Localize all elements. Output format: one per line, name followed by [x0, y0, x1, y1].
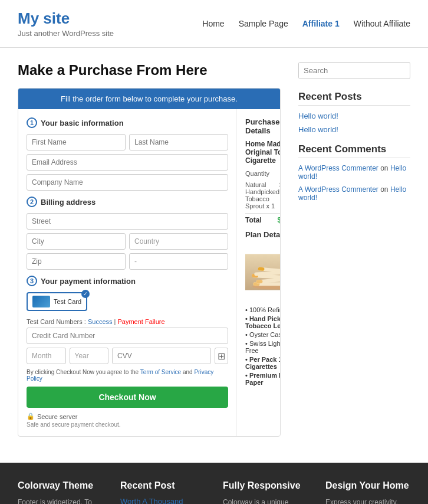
form-column: 1 Your basic information: [18, 109, 237, 436]
card-number-row: [27, 328, 228, 344]
commenter-1[interactable]: A WordPress Commenter: [298, 164, 378, 172]
feature-2: Hand Picked Tobacco Leaves: [245, 315, 281, 329]
feature-4: Swiss Lighter Free: [245, 340, 281, 354]
nav-sample-page[interactable]: Sample Page: [239, 19, 288, 28]
section3-label: Your payment information: [41, 277, 136, 286]
dash-select[interactable]: -: [129, 253, 228, 270]
footer-col2: Recent Post Worth A Thousand Words Categ…: [120, 480, 205, 504]
footer-post-1[interactable]: Worth A Thousand Words: [120, 497, 205, 504]
footer-col2-title: Recent Post: [120, 480, 205, 491]
and-text: and: [183, 369, 193, 375]
commenter-2[interactable]: A WordPress Commenter: [298, 185, 378, 194]
zip-row: -: [27, 253, 228, 270]
nav-home[interactable]: Home: [202, 19, 224, 28]
card-details-row: Month Year ⊞: [27, 348, 228, 364]
country-select[interactable]: Country: [129, 233, 228, 250]
month-select[interactable]: Month: [27, 348, 66, 364]
name-row: [27, 134, 228, 150]
section3-num: 3: [27, 276, 37, 286]
feature-3: Oyster Casing: [245, 331, 281, 338]
recent-post-2[interactable]: Hello world!: [298, 125, 410, 134]
section1-title: 1 Your basic information: [27, 117, 228, 128]
nav-without-affiliate[interactable]: Without Affiliate: [354, 19, 410, 28]
feature-5: Per Pack 16 Cigarettes: [245, 356, 281, 370]
footer-col3-title: Fully Responsive: [223, 480, 308, 491]
footer: Colorway Theme Footer is widgetized. To …: [0, 463, 428, 504]
plan-title: Plan Details: [245, 230, 281, 239]
sidebar: 🔍 Recent Posts Hello world! Hello world!…: [298, 62, 410, 437]
footer-grid: Colorway Theme Footer is widgetized. To …: [18, 480, 410, 504]
cvv-icon: ⊞: [215, 348, 228, 364]
checkout-form-wrapper: Fill the order form below to complete yo…: [18, 88, 281, 437]
footer-col1-title: Colorway Theme: [18, 480, 103, 491]
city-input[interactable]: [27, 233, 126, 250]
card-check-icon: [81, 290, 90, 298]
search-button[interactable]: 🔍: [407, 63, 410, 78]
secure-row: 🔒 Secure server: [27, 413, 228, 420]
section2-title: 2 Billing address: [27, 197, 228, 207]
payment-section: 3 Your payment information Test Card Tes: [27, 276, 228, 428]
footer-col4-text: Express your creativity, find inspiratio…: [325, 497, 410, 504]
main-layout: Make a Purchase From Here Fill the order…: [0, 48, 428, 451]
company-input[interactable]: [27, 174, 228, 191]
recent-comments-title: Recent Comments: [298, 143, 410, 158]
email-input[interactable]: [27, 154, 228, 171]
on-1: on: [380, 164, 388, 172]
terms-link[interactable]: Term of Service: [140, 369, 181, 375]
item-label: Natural Handpicked Tobacco Sprout x 1: [245, 181, 279, 210]
cvv-input[interactable]: [112, 348, 211, 364]
quantity-label: Quantity: [245, 170, 269, 177]
comment-2: A WordPress Commenter on Hello world!: [298, 185, 410, 202]
nav-affiliate1[interactable]: Affiliate 1: [302, 19, 340, 28]
recent-post-1[interactable]: Hello world!: [298, 112, 410, 120]
feature-6: Premium Light Paper: [245, 372, 281, 386]
checkout-button[interactable]: Checkout Now: [27, 387, 228, 408]
content-area: Make a Purchase From Here Fill the order…: [18, 62, 281, 437]
checkout-header: Fill the order form below to complete yo…: [18, 89, 280, 109]
city-country-row: Country: [27, 233, 228, 250]
purchase-title: Purchase Details: [245, 117, 281, 135]
search-box: 🔍: [298, 62, 410, 79]
email-row: [27, 154, 228, 171]
first-name-input[interactable]: [27, 134, 126, 150]
recent-posts-title: Recent Posts: [298, 91, 410, 106]
footer-col3-text: Colorway is a unique responsive WordPres…: [223, 497, 308, 504]
test-card-info: Test Card Numbers : Success | Payment Fa…: [27, 318, 228, 325]
total-label: Total: [245, 216, 262, 224]
test-card-label: Test Card Numbers :: [27, 318, 86, 325]
failure-link[interactable]: Payment Failure: [118, 318, 165, 325]
price-row: Natural Handpicked Tobacco Sprout x 1 $1…: [245, 181, 281, 210]
section1-num: 1: [27, 117, 37, 128]
search-input[interactable]: [299, 63, 407, 78]
on-2: on: [380, 185, 388, 194]
plan-features: 100% Refined Hand Picked Tobacco Leaves …: [245, 306, 281, 386]
footer-col4-title: Design Your Home: [325, 480, 410, 491]
section2-num: 2: [27, 197, 37, 207]
terms-prefix: By clicking Checkout Now you agree to th…: [27, 369, 139, 375]
footer-col3: Fully Responsive Colorway is a unique re…: [223, 480, 308, 504]
main-nav: Home Sample Page Affiliate 1 Without Aff…: [202, 19, 410, 28]
zip-input[interactable]: [27, 253, 126, 270]
success-link[interactable]: Success: [88, 318, 113, 325]
street-input[interactable]: [27, 213, 228, 230]
product-name: Home Made Original Tobacco Cigarette: [245, 140, 281, 165]
total-price: $150.00: [277, 216, 281, 224]
card-number-input[interactable]: [27, 328, 228, 344]
last-name-input[interactable]: [129, 134, 228, 150]
year-select[interactable]: Year: [70, 348, 109, 364]
checkout-body: 1 Your basic information: [18, 109, 280, 436]
test-card-option[interactable]: Test Card: [27, 292, 87, 311]
footer-col4: Design Your Home Express your creativity…: [325, 480, 410, 504]
lock-icon: 🔒: [27, 413, 35, 420]
terms-text: By clicking Checkout Now you agree to th…: [27, 369, 228, 382]
footer-col1-text: Footer is widgetized. To setup the foote…: [18, 497, 103, 504]
details-column: Purchase Details Home Made Original Toba…: [237, 109, 281, 436]
total-row: Total $150.00: [245, 213, 281, 224]
section3-title: 3 Your payment information: [27, 276, 228, 286]
company-row: [27, 174, 228, 191]
section2-label: Billing address: [41, 198, 96, 207]
street-row: [27, 213, 228, 230]
billing-section: 2 Billing address Country: [27, 197, 228, 270]
card-label: Test Card: [54, 298, 81, 305]
feature-1: 100% Refined: [245, 306, 281, 313]
